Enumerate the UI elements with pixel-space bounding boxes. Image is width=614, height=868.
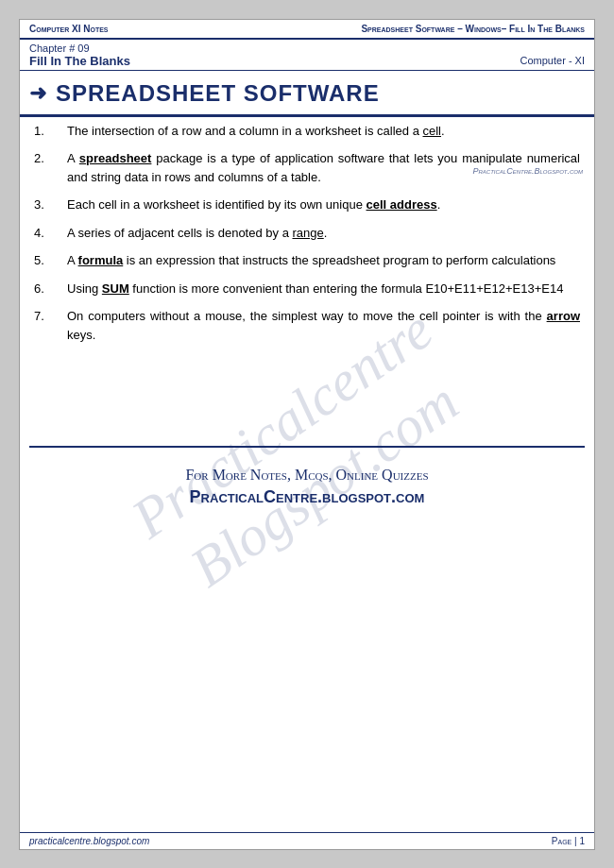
- arrow-icon: ➜: [29, 81, 46, 106]
- answer-sum: SUM: [102, 281, 129, 296]
- page: Computer XI Notes Spreadsheet Software –…: [19, 19, 595, 850]
- fill-label: Fill In The Blanks: [29, 54, 130, 68]
- footer-content: For More Notes, Mcqs, Online Quizzes Pra…: [20, 452, 594, 517]
- list-item: 1. The intersection of a row and a colum…: [34, 122, 580, 141]
- item-content: A series of adjacent cells is denoted by…: [67, 224, 580, 243]
- chapter-label: Chapter # 09: [29, 43, 130, 54]
- footer-line2: PracticalCentre.blogspot.com: [29, 487, 585, 507]
- items-list: 1. The intersection of a row and a colum…: [34, 122, 580, 345]
- page-number: Page | 1: [552, 836, 585, 846]
- answer-arrow: arrow: [547, 309, 580, 323]
- list-item: 2. A spreadsheet package is a type of ap…: [34, 149, 580, 186]
- item-number: 2.: [34, 149, 67, 186]
- header-bar: Computer XI Notes Spreadsheet Software –…: [20, 20, 594, 40]
- answer-cell-address: cell address: [367, 197, 437, 212]
- item-content: Using SUM function is more convenient th…: [67, 280, 580, 298]
- bottom-bar: practicalcentre.blogspot.com Page | 1: [20, 832, 594, 849]
- page-title: SPREADSHEET SOFTWARE: [56, 80, 380, 107]
- item-number: 1.: [34, 122, 67, 141]
- list-item: 6. Using SUM function is more convenient…: [34, 280, 580, 298]
- list-item: 5. A formula is an expression that instr…: [34, 251, 580, 270]
- sub-header: Chapter # 09 Fill In The Blanks Computer…: [20, 40, 594, 71]
- item-content: Each cell in a worksheet is identified b…: [67, 196, 580, 214]
- empty-space: [20, 517, 594, 832]
- answer-cell: cell: [422, 124, 441, 138]
- content-area: 1. The intersection of a row and a colum…: [20, 117, 594, 442]
- list-item: 3. Each cell in a worksheet is identifie…: [34, 196, 580, 214]
- item-number: 6.: [34, 280, 67, 298]
- footer-divider: [29, 446, 585, 448]
- item-number: 7.: [34, 307, 67, 344]
- header-right: Spreadsheet Software – Windows– Fill In …: [361, 24, 585, 34]
- header-left: Computer XI Notes: [29, 24, 109, 34]
- subject-label: Computer - XI: [520, 55, 585, 68]
- title-section: ➜ SPREADSHEET SOFTWARE: [20, 71, 594, 117]
- list-item: 4. A series of adjacent cells is denoted…: [34, 224, 580, 243]
- sub-header-left: Chapter # 09 Fill In The Blanks: [29, 43, 130, 68]
- answer-formula: formula: [78, 253, 124, 267]
- item-content: The intersection of a row and a column i…: [67, 122, 580, 141]
- item-number: 4.: [34, 224, 67, 243]
- answer-spreadsheet: spreadsheet: [79, 151, 152, 165]
- footer-line1: For More Notes, Mcqs, Online Quizzes: [29, 467, 585, 484]
- item-content: On computers without a mouse, the simple…: [67, 307, 580, 344]
- list-item: 7. On computers without a mouse, the sim…: [34, 307, 580, 344]
- answer-range: range: [292, 226, 323, 240]
- item-content: A formula is an expression that instruct…: [67, 251, 580, 270]
- bottom-left: practicalcentre.blogspot.com: [29, 836, 149, 846]
- item-number: 5.: [34, 251, 67, 270]
- item-content: A spreadsheet package is a type of appli…: [67, 149, 580, 186]
- item-number: 3.: [34, 196, 67, 214]
